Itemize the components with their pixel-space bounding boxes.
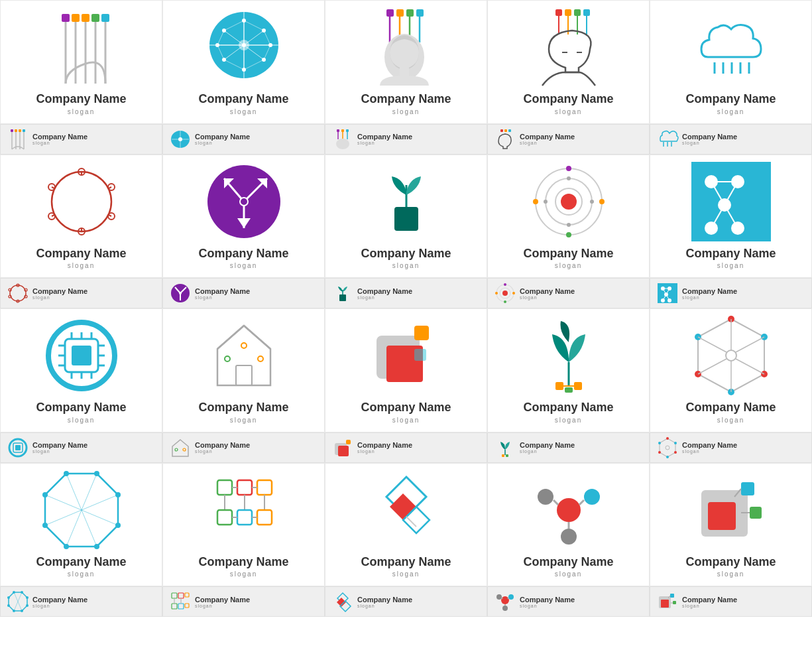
logo-icon-molecule: [529, 470, 609, 550]
svg-point-121: [567, 176, 571, 180]
logo-small-icon-17: [170, 591, 191, 612]
svg-point-269: [561, 529, 577, 545]
slogan-small-8: slogan: [357, 295, 412, 300]
slogan-small-18: slogan: [357, 604, 412, 608]
svg-rect-4: [101, 14, 109, 22]
svg-rect-257: [217, 510, 232, 525]
company-name-15: Company Name: [685, 401, 776, 415]
text-block-small-8: Company Name slogan: [357, 287, 412, 300]
logo-small-3: Company Name slogan: [325, 124, 487, 155]
logo-small-17: Company Name slogan: [162, 586, 325, 617]
svg-point-153: [504, 283, 506, 286]
svg-point-230: [666, 446, 669, 450]
svg-rect-293: [172, 604, 177, 609]
svg-line-184: [244, 326, 270, 349]
logo-small-icon-20: [657, 591, 678, 612]
company-name-6: Company Name: [36, 247, 126, 261]
logo-cell-9: Company Name slogan: [487, 155, 650, 279]
company-name-20: Company Name: [685, 555, 776, 570]
svg-rect-309: [661, 600, 669, 608]
svg-point-284: [26, 596, 29, 599]
svg-point-267: [538, 489, 553, 505]
svg-point-283: [21, 591, 23, 594]
logo-icon-circuit-ring: [42, 162, 121, 241]
logo-cell-3: Company Name slogan: [325, 0, 487, 124]
logo-icon-square-plus: [691, 470, 771, 550]
company-name-12: Company Name: [198, 401, 288, 415]
logo-small-16: Company Name slogan: [0, 586, 162, 617]
svg-line-183: [217, 326, 244, 349]
logo-grid: Company Name slogan: [0, 0, 812, 617]
company-name-18: Company Name: [361, 555, 451, 570]
slogan-6: slogan: [68, 262, 95, 269]
logo-small-icon-9: [494, 283, 516, 304]
svg-line-102: [109, 215, 111, 216]
svg-point-156: [495, 292, 498, 294]
svg-line-209: [698, 337, 726, 352]
svg-point-205: [726, 350, 736, 361]
svg-rect-276: [750, 507, 762, 519]
text-block-small-3: Company Name slogan: [357, 133, 412, 145]
svg-line-306: [508, 598, 508, 599]
svg-rect-49: [400, 68, 409, 76]
logo-icon-plant-square: [367, 162, 446, 241]
text-block-small-13: Company Name slogan: [357, 441, 412, 454]
svg-point-246: [64, 544, 69, 549]
svg-rect-221: [502, 454, 504, 457]
logo-small-icon-5: [657, 129, 678, 150]
svg-rect-2: [82, 14, 89, 22]
svg-rect-294: [178, 604, 184, 609]
logo-small-icon-12: [170, 437, 191, 458]
svg-rect-196: [565, 387, 573, 393]
svg-point-123: [567, 223, 571, 227]
company-name-small-14: Company Name: [520, 441, 575, 449]
slogan-small-12: slogan: [195, 449, 250, 454]
svg-marker-223: [660, 438, 675, 457]
slogan-9: slogan: [555, 262, 582, 269]
logo-icon-squares-color: [367, 316, 446, 395]
svg-rect-51: [565, 9, 571, 16]
logo-small-icon-2: [170, 129, 191, 150]
svg-rect-52: [574, 9, 581, 16]
company-name-small-18: Company Name: [357, 596, 412, 604]
company-name-small-12: Company Name: [195, 441, 250, 449]
svg-rect-311: [673, 601, 676, 604]
slogan-small-4: slogan: [520, 141, 575, 145]
svg-line-211: [698, 359, 726, 374]
svg-point-187: [258, 356, 263, 361]
svg-point-124: [544, 200, 548, 204]
logo-cell-18: Company Name slogan: [325, 463, 487, 587]
slogan-small-5: slogan: [682, 141, 737, 145]
svg-rect-3: [91, 14, 99, 22]
svg-line-234: [97, 474, 118, 495]
slogan-1: slogan: [68, 108, 95, 115]
svg-point-304: [502, 606, 508, 611]
slogan-20: slogan: [717, 570, 744, 578]
slogan-16: slogan: [68, 570, 95, 578]
company-name-11: Company Name: [36, 401, 126, 415]
svg-point-286: [21, 610, 23, 612]
svg-rect-291: [178, 593, 184, 598]
logo-cell-15: Company Name slogan: [650, 308, 812, 432]
logo-icon-brain: [204, 7, 284, 87]
svg-point-243: [115, 492, 121, 497]
company-name-1: Company Name: [36, 92, 126, 107]
svg-rect-185: [236, 365, 252, 385]
svg-point-147: [179, 292, 182, 294]
svg-point-268: [584, 489, 600, 505]
logo-small-4: Company Name slogan: [487, 124, 650, 155]
logo-cell-7: Company Name slogan: [162, 155, 325, 279]
slogan-3: slogan: [392, 108, 420, 115]
svg-point-302: [496, 594, 502, 600]
logo-cell-16: Company Name slogan: [0, 463, 162, 587]
svg-line-271: [579, 500, 584, 505]
company-name-4: Company Name: [523, 92, 613, 107]
svg-point-244: [115, 523, 121, 528]
svg-rect-68: [23, 129, 25, 132]
svg-rect-77: [337, 129, 339, 132]
logo-icon-purple-arrows: [204, 162, 284, 241]
svg-rect-182: [72, 346, 91, 365]
svg-rect-250: [237, 480, 252, 495]
company-name-3: Company Name: [361, 92, 451, 107]
text-block-small-17: Company Name slogan: [195, 596, 250, 608]
